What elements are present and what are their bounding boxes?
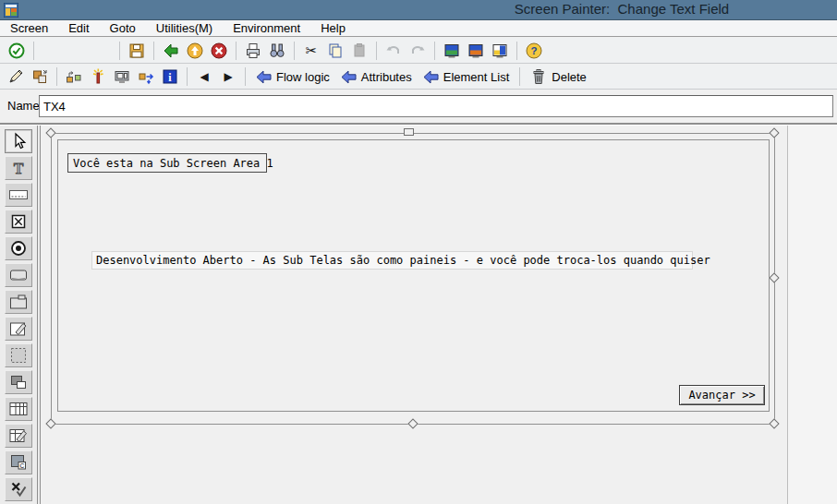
prev-page-button[interactable] bbox=[465, 40, 487, 62]
cancel-button[interactable] bbox=[208, 40, 230, 62]
palette-pushbutton-tool[interactable] bbox=[5, 263, 32, 287]
display-change-button[interactable] bbox=[5, 66, 27, 88]
toolbar-separator bbox=[376, 42, 377, 60]
palette-custom-control-tool[interactable]: C bbox=[5, 450, 32, 474]
palette-pointer-tool[interactable] bbox=[5, 129, 32, 153]
blue-left-arrow-icon bbox=[341, 70, 357, 84]
move-button[interactable] bbox=[135, 66, 157, 88]
blue-left-arrow-icon bbox=[423, 70, 439, 84]
toolbar-separator bbox=[56, 67, 57, 86]
name-input[interactable] bbox=[39, 95, 833, 117]
application-toolbar: i ◀ ▶ Flow logic Attributes Elemen bbox=[0, 65, 837, 90]
save-button[interactable] bbox=[126, 40, 148, 62]
description-text-element[interactable]: Desenvolvimento Aberto - As Sub Telas sã… bbox=[91, 251, 693, 270]
exit-arrow-icon bbox=[186, 42, 204, 60]
subscreen-area-text-element[interactable]: Você esta na Sub Screen Area 1 bbox=[67, 153, 267, 173]
attributes-button[interactable]: Attributes bbox=[341, 66, 412, 88]
spark-icon bbox=[89, 67, 107, 86]
menu-environment[interactable]: Environment bbox=[230, 21, 303, 35]
palette-entry-field-tool[interactable] bbox=[5, 183, 32, 207]
palette-splitter-tool[interactable] bbox=[5, 370, 32, 394]
toolbar-separator bbox=[294, 42, 295, 60]
cut-icon: ✂ bbox=[306, 43, 318, 57]
undo-icon bbox=[384, 42, 403, 60]
flow-logic-button[interactable]: Flow logic bbox=[256, 66, 330, 88]
palette-table-control-tool[interactable] bbox=[5, 397, 32, 421]
back-arrow-icon bbox=[162, 42, 180, 60]
hierarchy-icon bbox=[65, 67, 83, 86]
cut-button[interactable]: ✂ bbox=[300, 40, 322, 62]
find-button[interactable] bbox=[266, 40, 288, 62]
checkbox-icon bbox=[9, 212, 28, 231]
layout-button[interactable] bbox=[111, 66, 133, 88]
palette-tabstrip-tool[interactable] bbox=[5, 317, 32, 341]
toolbar-separator bbox=[153, 42, 154, 60]
subscreen-area-text: Você esta na Sub Screen Area 1 bbox=[73, 157, 273, 170]
palette-table-wizard-tool[interactable] bbox=[5, 424, 32, 448]
palette-checkbox-tool[interactable] bbox=[5, 210, 32, 234]
element-list-button[interactable]: Element List bbox=[423, 66, 510, 88]
next-triangle-icon: ▶ bbox=[224, 71, 232, 82]
save-icon bbox=[127, 42, 146, 60]
screen-painter-window: Screen Painter: Change Text Field Screen… bbox=[0, 0, 837, 504]
subscreen-element-frame[interactable] bbox=[57, 139, 770, 412]
back-button[interactable] bbox=[160, 40, 182, 62]
palette-radio-button-tool[interactable] bbox=[5, 236, 32, 260]
help-button[interactable]: ? bbox=[523, 40, 545, 62]
next-element-button[interactable]: ▶ bbox=[217, 66, 239, 88]
text-icon: T bbox=[9, 159, 28, 177]
menu-screen[interactable]: Screen bbox=[7, 21, 51, 35]
palette-frame-tool[interactable] bbox=[5, 290, 32, 314]
svg-text:?: ? bbox=[530, 45, 537, 56]
page-view-icon bbox=[467, 42, 485, 60]
palette-subscreen-tool[interactable] bbox=[5, 343, 32, 367]
toolbar-separator bbox=[236, 42, 237, 60]
copy-object-button[interactable] bbox=[29, 66, 51, 88]
monitor-icon bbox=[113, 67, 131, 86]
previous-element-button[interactable]: ◀ bbox=[193, 66, 215, 88]
menu-edit[interactable]: Edit bbox=[66, 21, 91, 35]
first-page-button[interactable] bbox=[441, 40, 463, 62]
binoculars-icon bbox=[268, 42, 286, 60]
enter-button[interactable] bbox=[6, 40, 28, 62]
info-icon: i bbox=[161, 67, 179, 86]
redo-button-disabled bbox=[406, 40, 429, 62]
canvas-right-margin bbox=[788, 126, 837, 504]
other-object-button[interactable] bbox=[63, 66, 85, 88]
cancel-icon bbox=[210, 42, 228, 60]
name-row: Name bbox=[0, 90, 837, 123]
delete-button[interactable]: Delete bbox=[530, 66, 587, 88]
copy-object-icon bbox=[30, 67, 49, 86]
palette-status-icon-tool[interactable] bbox=[5, 477, 32, 501]
info-button[interactable]: i bbox=[159, 66, 181, 88]
toolbar-separator bbox=[245, 67, 246, 86]
advance-button-element[interactable]: Avançar >> bbox=[679, 385, 765, 405]
flow-logic-label: Flow logic bbox=[276, 70, 330, 84]
window-title: Screen Painter: Change Text Field bbox=[418, 1, 825, 17]
pushbutton-icon bbox=[8, 266, 29, 284]
redo-icon bbox=[408, 42, 427, 60]
page-view-icon bbox=[443, 42, 461, 60]
delete-label: Delete bbox=[552, 70, 587, 84]
print-button[interactable] bbox=[242, 40, 264, 62]
svg-text:C: C bbox=[19, 462, 24, 469]
toolbar-separator bbox=[33, 42, 34, 60]
generate-button[interactable] bbox=[87, 66, 109, 88]
menu-goto[interactable]: Goto bbox=[107, 21, 139, 35]
page-view-icon bbox=[491, 42, 509, 60]
menu-utilities[interactable]: Utilities(M) bbox=[153, 21, 215, 35]
resize-handle-top-middle[interactable] bbox=[404, 128, 414, 136]
svg-text:T: T bbox=[14, 161, 24, 176]
command-field-area bbox=[39, 41, 115, 61]
copy-button[interactable] bbox=[324, 40, 346, 62]
help-icon: ? bbox=[525, 42, 543, 60]
copy-icon bbox=[326, 42, 345, 60]
exit-button[interactable] bbox=[184, 40, 206, 62]
app-icon bbox=[4, 3, 18, 18]
menu-help[interactable]: Help bbox=[318, 21, 348, 35]
prev-triangle-icon: ◀ bbox=[200, 71, 208, 82]
palette-text-tool[interactable]: T bbox=[5, 156, 32, 180]
description-text: Desenvolvimento Aberto - As Sub Telas sã… bbox=[96, 254, 710, 267]
next-page-button[interactable] bbox=[489, 40, 511, 62]
move-arrows-icon bbox=[137, 67, 155, 86]
